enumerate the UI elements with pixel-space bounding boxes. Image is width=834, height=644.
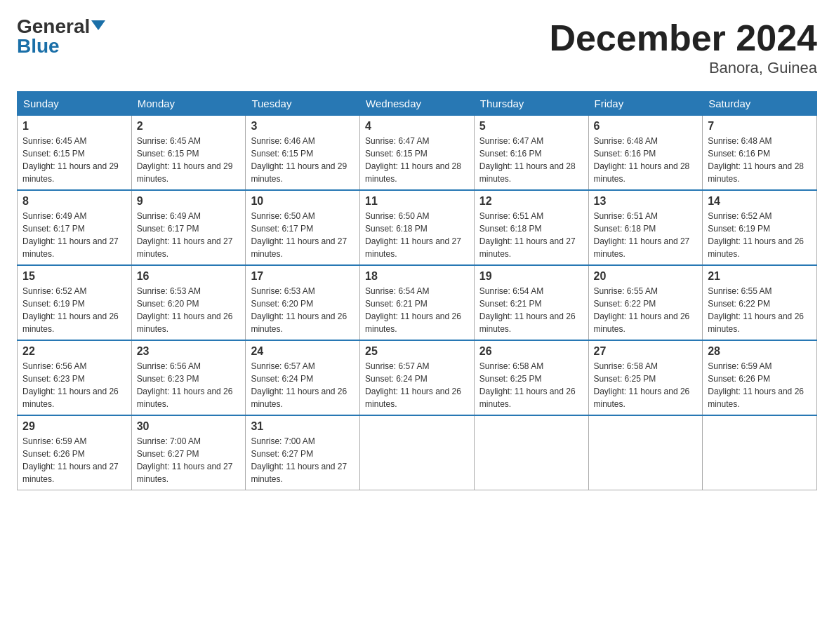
day-info: Sunrise: 6:54 AM Sunset: 6:21 PM Dayligh… <box>479 285 583 335</box>
day-header-sunday: Sunday <box>18 92 132 116</box>
day-number: 18 <box>365 270 469 283</box>
day-number: 13 <box>594 195 698 208</box>
day-number: 31 <box>251 420 355 433</box>
day-info: Sunrise: 6:52 AM Sunset: 6:19 PM Dayligh… <box>708 210 812 260</box>
calendar-cell: 15 Sunrise: 6:52 AM Sunset: 6:19 PM Dayl… <box>18 265 132 340</box>
day-info: Sunrise: 6:49 AM Sunset: 6:17 PM Dayligh… <box>22 210 126 260</box>
calendar-cell: 13 Sunrise: 6:51 AM Sunset: 6:18 PM Dayl… <box>588 190 703 265</box>
calendar-cell: 31 Sunrise: 7:00 AM Sunset: 6:27 PM Dayl… <box>246 415 360 490</box>
week-row-4: 22 Sunrise: 6:56 AM Sunset: 6:23 PM Dayl… <box>18 340 817 415</box>
day-number: 26 <box>479 345 583 358</box>
day-info: Sunrise: 6:45 AM Sunset: 6:15 PM Dayligh… <box>22 135 126 185</box>
calendar-cell: 14 Sunrise: 6:52 AM Sunset: 6:19 PM Dayl… <box>703 190 817 265</box>
day-info: Sunrise: 6:56 AM Sunset: 6:23 PM Dayligh… <box>22 360 126 410</box>
calendar-cell: 5 Sunrise: 6:47 AM Sunset: 6:16 PM Dayli… <box>474 116 588 191</box>
calendar-cell <box>360 415 475 490</box>
day-info: Sunrise: 6:50 AM Sunset: 6:17 PM Dayligh… <box>251 210 355 260</box>
day-number: 2 <box>137 120 241 133</box>
day-info: Sunrise: 6:51 AM Sunset: 6:18 PM Dayligh… <box>594 210 698 260</box>
calendar-cell: 9 Sunrise: 6:49 AM Sunset: 6:17 PM Dayli… <box>131 190 246 265</box>
day-number: 30 <box>137 420 241 433</box>
day-info: Sunrise: 6:48 AM Sunset: 6:16 PM Dayligh… <box>708 135 812 185</box>
calendar-cell: 18 Sunrise: 6:54 AM Sunset: 6:21 PM Dayl… <box>360 265 475 340</box>
day-info: Sunrise: 6:54 AM Sunset: 6:21 PM Dayligh… <box>365 285 469 335</box>
day-number: 3 <box>251 120 355 133</box>
day-info: Sunrise: 7:00 AM Sunset: 6:27 PM Dayligh… <box>251 435 355 485</box>
day-number: 11 <box>365 195 469 208</box>
calendar-cell: 21 Sunrise: 6:55 AM Sunset: 6:22 PM Dayl… <box>703 265 817 340</box>
day-info: Sunrise: 6:49 AM Sunset: 6:17 PM Dayligh… <box>137 210 241 260</box>
location: Banora, Guinea <box>549 59 817 77</box>
day-number: 10 <box>251 195 355 208</box>
day-info: Sunrise: 6:45 AM Sunset: 6:15 PM Dayligh… <box>137 135 241 185</box>
calendar-table: SundayMondayTuesdayWednesdayThursdayFrid… <box>17 91 817 490</box>
calendar-cell: 29 Sunrise: 6:59 AM Sunset: 6:26 PM Dayl… <box>18 415 132 490</box>
logo-general: General <box>17 17 90 36</box>
day-info: Sunrise: 6:57 AM Sunset: 6:24 PM Dayligh… <box>251 360 355 410</box>
day-number: 14 <box>708 195 812 208</box>
logo-triangle-icon <box>91 20 105 30</box>
day-info: Sunrise: 6:53 AM Sunset: 6:20 PM Dayligh… <box>137 285 241 335</box>
day-info: Sunrise: 6:58 AM Sunset: 6:25 PM Dayligh… <box>479 360 583 410</box>
day-number: 20 <box>594 270 698 283</box>
calendar-cell: 28 Sunrise: 6:59 AM Sunset: 6:26 PM Dayl… <box>703 340 817 415</box>
calendar-cell: 6 Sunrise: 6:48 AM Sunset: 6:16 PM Dayli… <box>588 116 703 191</box>
day-header-tuesday: Tuesday <box>246 92 360 116</box>
calendar-cell: 3 Sunrise: 6:46 AM Sunset: 6:15 PM Dayli… <box>246 116 360 191</box>
week-row-5: 29 Sunrise: 6:59 AM Sunset: 6:26 PM Dayl… <box>18 415 817 490</box>
calendar-cell: 25 Sunrise: 6:57 AM Sunset: 6:24 PM Dayl… <box>360 340 475 415</box>
page-header: General Blue December 2024 Banora, Guine… <box>17 17 817 77</box>
calendar-cell: 4 Sunrise: 6:47 AM Sunset: 6:15 PM Dayli… <box>360 116 475 191</box>
day-info: Sunrise: 6:50 AM Sunset: 6:18 PM Dayligh… <box>365 210 469 260</box>
day-info: Sunrise: 6:48 AM Sunset: 6:16 PM Dayligh… <box>594 135 698 185</box>
day-info: Sunrise: 6:46 AM Sunset: 6:15 PM Dayligh… <box>251 135 355 185</box>
week-row-1: 1 Sunrise: 6:45 AM Sunset: 6:15 PM Dayli… <box>18 116 817 191</box>
day-number: 8 <box>22 195 126 208</box>
calendar-cell: 11 Sunrise: 6:50 AM Sunset: 6:18 PM Dayl… <box>360 190 475 265</box>
day-number: 19 <box>479 270 583 283</box>
calendar-cell: 27 Sunrise: 6:58 AM Sunset: 6:25 PM Dayl… <box>588 340 703 415</box>
title-block: December 2024 Banora, Guinea <box>549 17 817 77</box>
day-info: Sunrise: 6:51 AM Sunset: 6:18 PM Dayligh… <box>479 210 583 260</box>
day-header-saturday: Saturday <box>703 92 817 116</box>
day-number: 12 <box>479 195 583 208</box>
day-info: Sunrise: 6:55 AM Sunset: 6:22 PM Dayligh… <box>708 285 812 335</box>
day-number: 15 <box>22 270 126 283</box>
day-number: 23 <box>137 345 241 358</box>
week-row-2: 8 Sunrise: 6:49 AM Sunset: 6:17 PM Dayli… <box>18 190 817 265</box>
day-number: 17 <box>251 270 355 283</box>
day-info: Sunrise: 6:59 AM Sunset: 6:26 PM Dayligh… <box>708 360 812 410</box>
day-info: Sunrise: 6:47 AM Sunset: 6:16 PM Dayligh… <box>479 135 583 185</box>
month-title: December 2024 <box>549 17 817 59</box>
day-number: 22 <box>22 345 126 358</box>
day-info: Sunrise: 7:00 AM Sunset: 6:27 PM Dayligh… <box>137 435 241 485</box>
calendar-cell: 17 Sunrise: 6:53 AM Sunset: 6:20 PM Dayl… <box>246 265 360 340</box>
calendar-cell: 30 Sunrise: 7:00 AM Sunset: 6:27 PM Dayl… <box>131 415 246 490</box>
day-header-monday: Monday <box>131 92 246 116</box>
day-info: Sunrise: 6:58 AM Sunset: 6:25 PM Dayligh… <box>594 360 698 410</box>
calendar-cell: 1 Sunrise: 6:45 AM Sunset: 6:15 PM Dayli… <box>18 116 132 191</box>
day-info: Sunrise: 6:47 AM Sunset: 6:15 PM Dayligh… <box>365 135 469 185</box>
calendar-cell <box>703 415 817 490</box>
calendar-cell: 2 Sunrise: 6:45 AM Sunset: 6:15 PM Dayli… <box>131 116 246 191</box>
logo: General Blue <box>17 17 105 56</box>
day-number: 4 <box>365 120 469 133</box>
day-number: 24 <box>251 345 355 358</box>
day-info: Sunrise: 6:55 AM Sunset: 6:22 PM Dayligh… <box>594 285 698 335</box>
day-number: 25 <box>365 345 469 358</box>
day-number: 9 <box>137 195 241 208</box>
day-number: 28 <box>708 345 812 358</box>
day-info: Sunrise: 6:59 AM Sunset: 6:26 PM Dayligh… <box>22 435 126 485</box>
logo-blue: Blue <box>17 35 60 57</box>
calendar-cell <box>474 415 588 490</box>
calendar-cell: 23 Sunrise: 6:56 AM Sunset: 6:23 PM Dayl… <box>131 340 246 415</box>
calendar-cell <box>588 415 703 490</box>
day-number: 1 <box>22 120 126 133</box>
calendar-cell: 8 Sunrise: 6:49 AM Sunset: 6:17 PM Dayli… <box>18 190 132 265</box>
day-header-thursday: Thursday <box>474 92 588 116</box>
day-info: Sunrise: 6:53 AM Sunset: 6:20 PM Dayligh… <box>251 285 355 335</box>
day-number: 7 <box>708 120 812 133</box>
calendar-cell: 10 Sunrise: 6:50 AM Sunset: 6:17 PM Dayl… <box>246 190 360 265</box>
calendar-cell: 19 Sunrise: 6:54 AM Sunset: 6:21 PM Dayl… <box>474 265 588 340</box>
day-info: Sunrise: 6:57 AM Sunset: 6:24 PM Dayligh… <box>365 360 469 410</box>
